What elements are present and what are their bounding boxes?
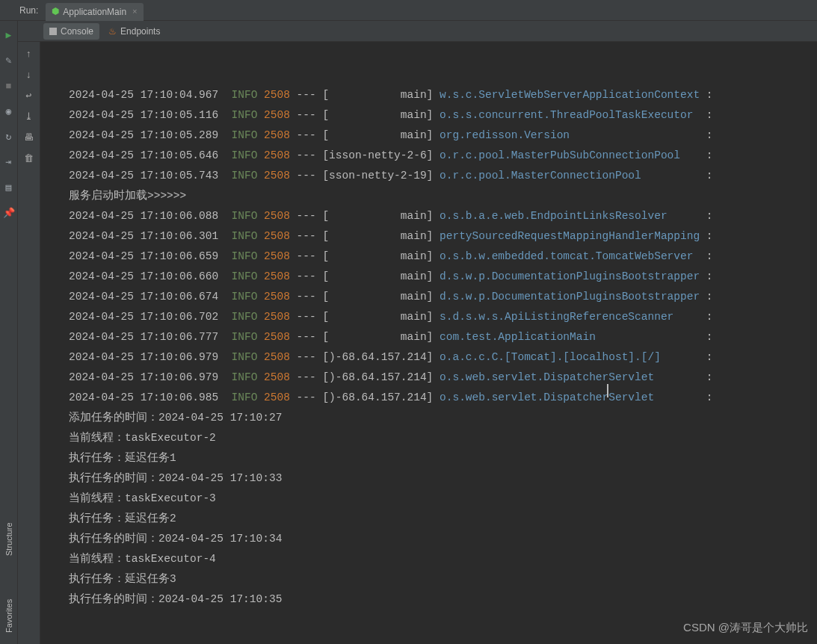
endpoints-icon: ♨	[108, 26, 117, 37]
log-line: 执行任务：延迟任务1	[69, 448, 811, 468]
spring-leaf-icon: ⬢	[52, 6, 59, 17]
tab-console[interactable]: Console	[43, 23, 99, 40]
log-line: 2024-04-25 17:10:06.777 INFO 2508 --- [ …	[69, 327, 811, 347]
log-line: 2024-04-25 17:10:06.659 INFO 2508 --- [ …	[69, 247, 811, 267]
log-line: 2024-04-25 17:10:06.660 INFO 2508 --- [ …	[69, 267, 811, 287]
log-line: 2024-04-25 17:10:05.116 INFO 2508 --- [ …	[69, 105, 811, 126]
console-icon	[49, 28, 57, 35]
log-line: 2024-04-25 17:10:06.301 INFO 2508 --- [ …	[69, 226, 811, 247]
run-icon[interactable]: ▶	[4, 30, 14, 40]
soft-wrap-icon[interactable]: ↩	[23, 90, 35, 102]
log-line: 执行任务的时间：2024-04-25 17:10:33	[69, 468, 811, 489]
wrench-icon[interactable]: ✎	[4, 55, 14, 66]
run-tool-window-header: Run: ⬢ ApplicationMain ×	[0, 0, 817, 21]
run-config-tab[interactable]: ⬢ ApplicationMain ×	[46, 3, 143, 21]
log-line: 当前线程：taskExecutor-3	[69, 489, 811, 509]
log-line: 2024-04-25 17:10:04.967 INFO 2508 --- [ …	[69, 85, 811, 105]
log-line: 2024-04-25 17:10:05.743 INFO 2508 --- [s…	[69, 166, 811, 186]
run-config-name: ApplicationMain	[63, 7, 126, 17]
exit-icon[interactable]: ⇥	[4, 157, 14, 167]
run-label: Run:	[19, 5, 38, 16]
text-caret	[607, 384, 608, 397]
pin-icon[interactable]: 📌	[4, 208, 14, 218]
favorites-tool-button[interactable]: Favorites	[0, 595, 18, 637]
log-line: 当前线程：taskExecutor-2	[69, 428, 811, 448]
log-line: 2024-04-25 17:10:06.979 INFO 2508 --- [)…	[69, 368, 811, 388]
log-line: 执行任务的时间：2024-04-25 17:10:34	[69, 529, 811, 549]
run-tool-tabs: Console ♨ Endpoints	[18, 21, 817, 42]
log-line: 执行任务：延迟任务2	[69, 509, 811, 529]
camera-icon[interactable]: ◉	[4, 106, 14, 117]
log-line: 2024-04-25 17:10:06.702 INFO 2508 --- [ …	[69, 307, 811, 327]
log-line: 执行任务的时间：2024-04-25 17:10:35	[69, 589, 811, 610]
log-line: 2024-04-25 17:10:06.088 INFO 2508 --- [ …	[69, 206, 811, 226]
log-line: 执行任务：延迟任务3	[69, 569, 811, 589]
console-actions-col1: ↑ ↓ ↩ ⤓ 🖶 🗑	[18, 42, 40, 644]
scroll-end-icon[interactable]: ⤓	[23, 111, 35, 123]
close-icon[interactable]: ×	[132, 7, 138, 16]
console-output[interactable]: 2024-04-25 17:10:04.967 INFO 2508 --- [ …	[63, 42, 817, 644]
tab-endpoints[interactable]: ♨ Endpoints	[102, 23, 166, 40]
stop-icon[interactable]: ■	[4, 81, 14, 91]
clear-icon[interactable]: 🗑	[23, 152, 35, 164]
log-line: 2024-04-25 17:10:06.674 INFO 2508 --- [ …	[69, 287, 811, 307]
log-line: 服务启动时加载>>>>>>	[69, 186, 811, 206]
tab-endpoints-label: Endpoints	[120, 26, 160, 37]
watermark-text: CSDN @涛哥是个大帅比	[683, 621, 808, 635]
log-line: 当前线程：taskExecutor-4	[69, 549, 811, 569]
rerun-icon[interactable]: ↻	[4, 131, 14, 142]
print-icon[interactable]: 🖶	[23, 131, 35, 143]
log-line: 2024-04-25 17:10:06.979 INFO 2508 --- [)…	[69, 347, 811, 368]
up-icon[interactable]: ↑	[23, 48, 35, 60]
layout-icon[interactable]: ▤	[4, 182, 14, 193]
log-line: 2024-04-25 17:10:06.985 INFO 2508 --- [)…	[69, 388, 811, 408]
down-icon[interactable]: ↓	[23, 69, 35, 81]
log-line: 2024-04-25 17:10:05.646 INFO 2508 --- [i…	[69, 146, 811, 166]
log-line: 添加任务的时间：2024-04-25 17:10:27	[69, 408, 811, 428]
log-line: 2024-04-25 17:10:05.289 INFO 2508 --- [ …	[69, 126, 811, 146]
tab-console-label: Console	[61, 26, 93, 37]
structure-tool-button[interactable]: Structure	[0, 517, 18, 562]
